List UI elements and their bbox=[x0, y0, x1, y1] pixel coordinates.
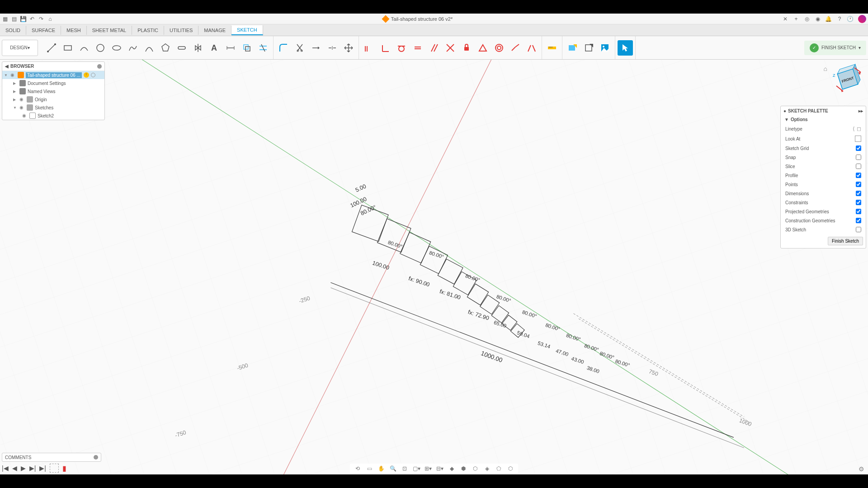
ellipse-tool[interactable] bbox=[109, 40, 124, 56]
tab-sketch[interactable]: SKETCH bbox=[231, 25, 263, 35]
display-icon[interactable]: ▢▾ bbox=[412, 465, 420, 473]
polygon-tool[interactable] bbox=[158, 40, 173, 56]
palette-finish-button[interactable]: Finish Sketch bbox=[828, 237, 863, 245]
palette-dimensions[interactable]: Dimensions bbox=[781, 189, 866, 198]
tab-mesh[interactable]: MESH bbox=[61, 26, 87, 35]
shade4-icon[interactable]: ◈ bbox=[483, 465, 491, 473]
canvas-tool[interactable] bbox=[597, 40, 613, 56]
coincident-constraint[interactable] bbox=[443, 40, 458, 56]
notification-icon[interactable]: 🔔 bbox=[826, 16, 832, 22]
trim-tool[interactable] bbox=[292, 40, 307, 56]
file-icon[interactable]: ▤ bbox=[11, 16, 17, 22]
circle-tool[interactable] bbox=[93, 40, 108, 56]
tab-plastic[interactable]: PLASTIC bbox=[132, 26, 164, 35]
palette-lookat[interactable]: Look At bbox=[781, 134, 866, 144]
project-tool[interactable] bbox=[239, 40, 255, 56]
move-tool[interactable] bbox=[341, 40, 356, 56]
save-icon[interactable]: 💾 bbox=[20, 16, 26, 22]
dimension-tool[interactable] bbox=[223, 40, 238, 56]
tree-named-views[interactable]: ▶Named Views bbox=[2, 87, 104, 95]
collinear-constraint[interactable] bbox=[508, 40, 523, 56]
job-icon[interactable]: ◉ bbox=[815, 16, 821, 22]
palette-points[interactable]: Points bbox=[781, 180, 866, 189]
home-view-icon[interactable]: ⌂ bbox=[824, 65, 827, 72]
equal-constraint[interactable] bbox=[410, 40, 425, 56]
palette-collapse-icon[interactable]: ▸▸ bbox=[859, 108, 863, 113]
pan-icon[interactable]: ✋ bbox=[377, 465, 385, 473]
palette-3dsketch[interactable]: 3D Sketch bbox=[781, 225, 866, 234]
timeline-marker-icon[interactable]: ▮ bbox=[62, 464, 66, 473]
zoom-window-icon[interactable]: ⊡ bbox=[401, 465, 409, 473]
design-workspace-button[interactable]: DESIGN ▾ bbox=[2, 40, 38, 56]
settings-gear-icon[interactable]: ⚙ bbox=[859, 465, 864, 473]
palette-construction[interactable]: Construction Geometries bbox=[781, 216, 866, 225]
finish-sketch-button[interactable]: ✓ FINISH SKETCH ▾ bbox=[804, 41, 866, 55]
extension-icon[interactable]: ◎ bbox=[804, 16, 810, 22]
parallel-constraint[interactable] bbox=[426, 40, 442, 56]
grid-settings-icon[interactable]: ⊞▾ bbox=[424, 465, 432, 473]
slot-tool[interactable] bbox=[174, 40, 189, 56]
home-tab-icon[interactable]: ⌂ bbox=[47, 16, 53, 22]
tree-doc-settings[interactable]: ▶Document Settings bbox=[2, 79, 104, 87]
sketch-canvas[interactable]: 5.00 100.00 80.00° 100.00 80.00° fx: 90.… bbox=[0, 60, 868, 474]
tab-utilities[interactable]: UTILITIES bbox=[164, 26, 198, 35]
palette-slice[interactable]: Slice bbox=[781, 162, 866, 171]
tab-solid[interactable]: SOLID bbox=[0, 26, 26, 35]
horizontal-constraint[interactable] bbox=[361, 40, 377, 56]
intersect-tool[interactable] bbox=[255, 40, 271, 56]
insert-dxf-tool[interactable] bbox=[581, 40, 596, 56]
tangent-constraint[interactable] bbox=[394, 40, 409, 56]
arc-tool[interactable] bbox=[76, 40, 92, 56]
undo-icon[interactable]: ↶ bbox=[29, 16, 35, 22]
timeline-end-icon[interactable]: ▶| bbox=[39, 465, 46, 472]
perpendicular-constraint[interactable] bbox=[377, 40, 393, 56]
browser-root[interactable]: ▼◉ Tail-shaped structure 06 ... ! bbox=[2, 71, 104, 79]
midpoint-constraint[interactable] bbox=[475, 40, 491, 56]
clock-icon[interactable]: 🕐 bbox=[847, 16, 854, 22]
tree-sketch2[interactable]: ◉Sketch2 bbox=[2, 112, 104, 120]
text-tool[interactable]: A bbox=[207, 40, 222, 56]
palette-sketchgrid[interactable]: Sketch Grid bbox=[781, 144, 866, 153]
break-tool[interactable] bbox=[325, 40, 340, 56]
comments-collapse[interactable] bbox=[94, 455, 98, 460]
grid-icon[interactable]: ▦ bbox=[2, 16, 8, 22]
timeline-prev-icon[interactable]: ◀ bbox=[12, 465, 17, 472]
shade2-icon[interactable]: ⬢ bbox=[459, 465, 467, 473]
timeline-next-icon[interactable]: ▶| bbox=[29, 465, 36, 472]
shade5-icon[interactable]: ⬠ bbox=[495, 465, 503, 473]
rectangle-tool[interactable] bbox=[60, 40, 75, 56]
symmetry-constraint[interactable] bbox=[524, 40, 539, 56]
tree-origin[interactable]: ▶◉Origin bbox=[2, 95, 104, 103]
palette-projected[interactable]: Projected Geometries bbox=[781, 207, 866, 216]
avatar-icon[interactable] bbox=[858, 15, 866, 23]
tab-surface[interactable]: SURFACE bbox=[26, 26, 61, 35]
viewcube[interactable]: Z FRONT bbox=[832, 63, 863, 95]
lookat-view-icon[interactable]: ▭ bbox=[365, 465, 373, 473]
mirror-tool[interactable] bbox=[190, 40, 206, 56]
zoom-icon[interactable]: 🔍 bbox=[389, 465, 397, 473]
line-tool[interactable] bbox=[44, 40, 59, 56]
shade1-icon[interactable]: ◆ bbox=[448, 465, 456, 473]
fillet-tool[interactable] bbox=[276, 40, 291, 56]
timeline-start-icon[interactable]: |◀ bbox=[2, 465, 9, 472]
measure-tool[interactable] bbox=[544, 40, 560, 56]
fix-constraint[interactable] bbox=[459, 40, 474, 56]
timeline-play-icon[interactable]: ▶ bbox=[21, 465, 26, 472]
select-tool[interactable] bbox=[618, 40, 633, 56]
comments-bar[interactable]: COMMENTS bbox=[2, 453, 101, 462]
conic-tool[interactable] bbox=[142, 40, 157, 56]
spline-tool[interactable] bbox=[125, 40, 141, 56]
tab-sheetmetal[interactable]: SHEET METAL bbox=[87, 26, 132, 35]
palette-constraints[interactable]: Constraints bbox=[781, 198, 866, 207]
insert-svg-tool[interactable] bbox=[565, 40, 580, 56]
palette-linetype[interactable]: Linetype⟨◻ bbox=[781, 124, 866, 134]
shade3-icon[interactable]: ⬡ bbox=[471, 465, 479, 473]
shade6-icon[interactable]: ⬡ bbox=[506, 465, 514, 473]
tab-manage[interactable]: MANAGE bbox=[198, 26, 231, 35]
concentric-constraint[interactable] bbox=[491, 40, 507, 56]
extend-tool[interactable] bbox=[308, 40, 324, 56]
palette-profile[interactable]: Profile bbox=[781, 171, 866, 180]
timeline-sketch-icon[interactable] bbox=[50, 464, 59, 473]
redo-icon[interactable]: ↷ bbox=[38, 16, 44, 22]
help-icon[interactable]: ? bbox=[836, 16, 843, 22]
